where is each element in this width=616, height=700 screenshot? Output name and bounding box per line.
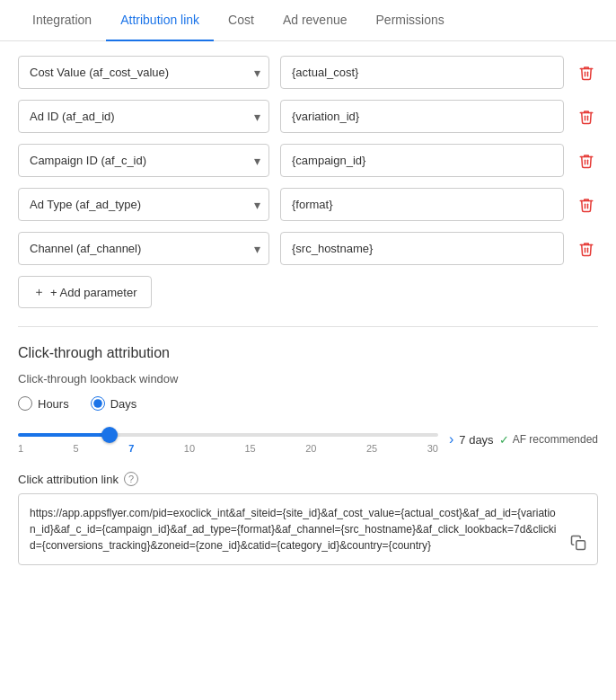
param-select-3[interactable]: Ad Type (af_ad_type) [18, 188, 269, 221]
tabs-bar: Integration Attribution link Cost Ad rev… [0, 0, 616, 41]
radio-days-label[interactable]: Days [91, 396, 137, 411]
radio-hours[interactable] [18, 396, 32, 411]
trash-icon [578, 197, 594, 213]
tab-ad-revenue[interactable]: Ad revenue [268, 0, 362, 41]
param-select-wrapper: Campaign ID (af_c_id) ▾ [18, 144, 269, 177]
attribution-link-box: https://app.appsflyer.com/pid=exoclick_i… [18, 493, 598, 565]
recommended-text: AF recommended [513, 433, 598, 446]
param-select-wrapper: Cost Value (af_cost_value) ▾ [18, 56, 269, 89]
chevron-right-icon: › [449, 431, 453, 447]
copy-icon [570, 535, 586, 551]
param-input-4[interactable] [280, 232, 564, 265]
param-row: Cost Value (af_cost_value) ▾ [18, 56, 598, 89]
tick-1: 1 [18, 443, 23, 454]
slider-ticks: 1 5 7 10 15 20 25 30 [18, 443, 438, 454]
tick-30: 30 [427, 443, 438, 454]
param-select-wrapper: Ad ID (af_ad_id) ▾ [18, 100, 269, 133]
info-icon[interactable]: ? [124, 472, 138, 486]
slider-value-display: › 7 days ✓ AF recommended [449, 431, 598, 447]
param-select-1[interactable]: Ad ID (af_ad_id) [18, 100, 269, 133]
param-select-wrapper: Ad Type (af_ad_type) ▾ [18, 188, 269, 221]
tab-attribution-link[interactable]: Attribution link [106, 0, 214, 41]
tick-10: 10 [184, 443, 195, 454]
radio-hours-label[interactable]: Hours [18, 396, 69, 411]
tab-cost[interactable]: Cost [214, 0, 268, 41]
section-divider [18, 326, 598, 327]
param-row: Ad Type (af_ad_type) ▾ [18, 188, 598, 221]
parameter-rows: Cost Value (af_cost_value) ▾ Ad ID (af_a… [18, 56, 598, 265]
trash-icon [578, 241, 594, 257]
param-input-2[interactable] [280, 144, 564, 177]
radio-hours-text: Hours [38, 397, 69, 411]
tick-7: 7 [128, 443, 134, 454]
param-input-0[interactable] [280, 56, 564, 89]
delete-param-button-4[interactable] [575, 237, 598, 261]
copy-button[interactable] [567, 531, 590, 557]
slider-row: 1 5 7 10 15 20 25 30 › 7 days ✓ AF recom… [18, 425, 598, 454]
param-row: Ad ID (af_ad_id) ▾ [18, 100, 598, 133]
radio-days[interactable] [91, 396, 105, 411]
recommended-badge: ✓ AF recommended [499, 433, 598, 447]
delete-param-button-2[interactable] [575, 149, 598, 173]
delete-param-button-3[interactable] [575, 193, 598, 217]
tick-20: 20 [305, 443, 316, 454]
tab-integration[interactable]: Integration [18, 0, 106, 41]
attr-link-label: Click attribution link ? [18, 472, 598, 486]
param-input-3[interactable] [280, 188, 564, 221]
click-through-subtitle: Click-through lookback window [18, 372, 598, 385]
trash-icon [578, 65, 594, 81]
param-select-0[interactable]: Cost Value (af_cost_value) [18, 56, 269, 89]
tick-15: 15 [245, 443, 256, 454]
param-input-1[interactable] [280, 100, 564, 133]
lookback-slider[interactable] [18, 433, 438, 437]
slider-days-text: 7 days [459, 433, 493, 447]
slider-container: 1 5 7 10 15 20 25 30 [18, 425, 438, 454]
param-select-wrapper: Channel (af_channel) ▾ [18, 232, 269, 265]
click-through-title: Click-through attribution [18, 345, 598, 361]
trash-icon [578, 109, 594, 125]
attr-link-label-text: Click attribution link [18, 473, 119, 486]
param-select-4[interactable]: Channel (af_channel) [18, 232, 269, 265]
radio-group-lookback: Hours Days [18, 396, 598, 411]
tab-permissions[interactable]: Permissions [362, 0, 459, 41]
radio-days-text: Days [110, 397, 137, 411]
attribution-link-url: https://app.appsflyer.com/pid=exoclick_i… [30, 507, 556, 552]
main-content: Cost Value (af_cost_value) ▾ Ad ID (af_a… [0, 41, 616, 580]
delete-param-button-1[interactable] [575, 105, 598, 128]
add-parameter-label: + Add parameter [50, 286, 136, 299]
param-row: Campaign ID (af_c_id) ▾ [18, 144, 598, 177]
delete-param-button-0[interactable] [575, 61, 598, 84]
svg-rect-0 [576, 541, 585, 550]
tick-5: 5 [74, 443, 79, 454]
plus-icon: ＋ [33, 284, 45, 300]
trash-icon [578, 153, 594, 169]
tick-25: 25 [366, 443, 377, 454]
check-icon: ✓ [499, 433, 509, 447]
add-parameter-button[interactable]: ＋ + Add parameter [18, 276, 152, 308]
slider-section: 1 5 7 10 15 20 25 30 › 7 days ✓ AF recom… [18, 425, 598, 454]
param-select-2[interactable]: Campaign ID (af_c_id) [18, 144, 269, 177]
param-row: Channel (af_channel) ▾ [18, 232, 598, 265]
